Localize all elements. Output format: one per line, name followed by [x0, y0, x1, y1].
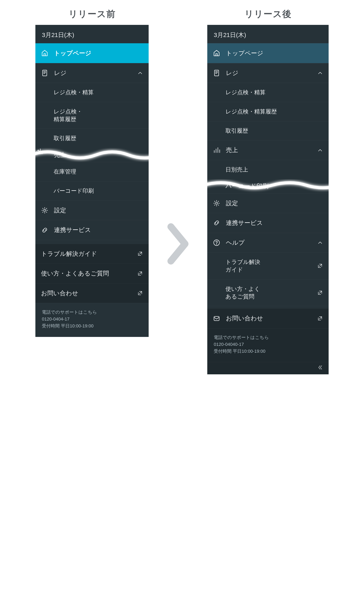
nav-label: レジ点検・精算履歴: [225, 108, 323, 116]
nav-label: 売上: [226, 146, 323, 154]
nav-register-check-history[interactable]: レジ点検・精算履歴: [207, 102, 329, 121]
nav-faq[interactable]: 使い方・よくあるご質問: [35, 264, 149, 283]
chevron-up-icon: [137, 70, 143, 76]
nav-label: 使い方・よく あるご質問: [225, 285, 323, 300]
nav-label: バーコード印刷: [54, 187, 143, 195]
support-line-1: 電話でのサポートはこちら: [214, 334, 322, 341]
nav-label: 設定: [54, 206, 143, 215]
link-icon: [213, 219, 221, 226]
nav-label: ヘルプ: [226, 239, 323, 247]
home-icon: [213, 50, 221, 57]
nav-label: レジ点検・精算: [225, 89, 323, 96]
nav-barcode[interactable]: バーコード印刷: [35, 181, 149, 200]
after-panel: リリース後 3月21日(木) トップページ レジ レジ点検・精算 レジ点検・精算…: [207, 8, 329, 374]
nav-label: 日別売上: [225, 166, 323, 174]
nav-linked-services[interactable]: 連携サービス: [207, 213, 329, 233]
external-link-icon: [317, 290, 323, 296]
nav-faq[interactable]: 使い方・よく あるご質問: [207, 279, 329, 306]
wave-break: 売上: [35, 148, 149, 162]
nav-register[interactable]: レジ: [35, 63, 149, 83]
gear-icon: [213, 199, 221, 207]
external-link-icon: [137, 291, 143, 296]
nav-register-check-history[interactable]: レジ点検・ 精算履歴: [35, 102, 149, 129]
nav-top-page[interactable]: トップページ: [207, 43, 329, 63]
nav-label: 取引履歴: [225, 127, 323, 135]
nav-settings[interactable]: 設定: [35, 200, 149, 220]
nav-settings[interactable]: 設定: [207, 193, 329, 213]
collapse-sidebar-button[interactable]: [207, 362, 329, 374]
nav-register[interactable]: レジ: [207, 63, 329, 83]
support-line-2: 0120-0404-17: [42, 316, 142, 323]
receipt-icon: [213, 69, 221, 77]
support-block: 電話でのサポートはこちら 0120-04040-17 受付時間 平日10:00-…: [207, 328, 329, 362]
before-panel: リリース前 3月21日(木) トップページ レジ レジ点検・精算 レジ点検・ 精…: [35, 8, 149, 337]
nav-help[interactable]: ヘルプ: [207, 233, 329, 253]
home-icon: [41, 50, 49, 57]
support-line-1: 電話でのサポートはこちら: [42, 309, 142, 316]
external-link-icon: [137, 251, 143, 257]
nav-label: レジ点検・精算: [54, 89, 143, 96]
nav-register-check[interactable]: レジ点検・精算: [35, 83, 149, 102]
nav-label: レジ点検・ 精算履歴: [54, 108, 143, 123]
help-icon: [213, 239, 221, 246]
nav-label: 設定: [226, 199, 323, 208]
support-line-2: 0120-04040-17: [214, 341, 322, 348]
wave-break: バーコード印刷: [207, 179, 329, 193]
nav-top-page[interactable]: トップページ: [35, 43, 149, 63]
nav-label: 連携サービス: [54, 226, 143, 234]
support-block: 電話でのサポートはこちら 0120-0404-17 受付時間 平日10:00-1…: [35, 303, 149, 337]
nav-label: トップページ: [54, 49, 143, 58]
nav-label: お問い合わせ: [226, 314, 323, 323]
nav-transaction-history[interactable]: 取引履歴: [35, 129, 149, 148]
nav-trouble-guide[interactable]: トラブル解決ガイド: [35, 244, 149, 264]
external-link-icon: [137, 271, 143, 276]
nav-label: 使い方・よくあるご質問: [41, 269, 143, 278]
nav-trouble-guide[interactable]: トラブル解決 ガイド: [207, 252, 329, 279]
nav-sales[interactable]: 売上: [207, 140, 329, 160]
nav-label: レジ: [226, 69, 323, 77]
nav-label: レジ: [54, 69, 143, 77]
chart-icon: [213, 147, 221, 154]
nav-label: トップページ: [226, 49, 323, 58]
chevron-up-icon: [317, 70, 323, 76]
nav-label: 取引履歴: [54, 134, 143, 142]
collapse-icon: [317, 365, 323, 371]
nav-linked-services[interactable]: 連携サービス: [35, 220, 149, 240]
before-sidebar: 3月21日(木) トップページ レジ レジ点検・精算 レジ点検・ 精算履歴 取引…: [35, 25, 149, 337]
nav-label: 在庫管理: [54, 168, 143, 175]
nav-label: トラブル解決 ガイド: [225, 258, 323, 274]
mail-icon: [213, 315, 221, 322]
chevron-up-icon: [317, 147, 323, 153]
nav-label: トラブル解決ガイド: [41, 250, 143, 258]
receipt-icon: [41, 69, 49, 77]
gear-icon: [41, 207, 49, 214]
nav-contact[interactable]: お問い合わせ: [35, 283, 149, 303]
link-icon: [41, 226, 49, 234]
after-title: リリース後: [245, 8, 292, 20]
nav-label: 連携サービス: [226, 219, 323, 227]
nav-sales-daily[interactable]: 日別売上: [207, 160, 329, 179]
before-title: リリース前: [68, 8, 116, 20]
after-sidebar: 3月21日(木) トップページ レジ レジ点検・精算 レジ点検・精算履歴 取引履…: [207, 25, 329, 374]
external-link-icon: [317, 316, 323, 321]
nav-transaction-history[interactable]: 取引履歴: [207, 121, 329, 140]
support-line-3: 受付時間 平日10:00-19:00: [214, 348, 322, 355]
nav-label: お問い合わせ: [41, 289, 143, 298]
chevron-up-icon: [317, 240, 323, 246]
nav-contact[interactable]: お問い合わせ: [207, 308, 329, 328]
arrow-separator: [165, 223, 191, 265]
date-header: 3月21日(木): [35, 25, 149, 43]
nav-stock[interactable]: 在庫管理: [35, 162, 149, 181]
date-header: 3月21日(木): [207, 25, 329, 43]
nav-register-check[interactable]: レジ点検・精算: [207, 83, 329, 102]
external-link-icon: [317, 263, 323, 269]
support-line-3: 受付時間 平日10:00-19:00: [42, 323, 142, 329]
